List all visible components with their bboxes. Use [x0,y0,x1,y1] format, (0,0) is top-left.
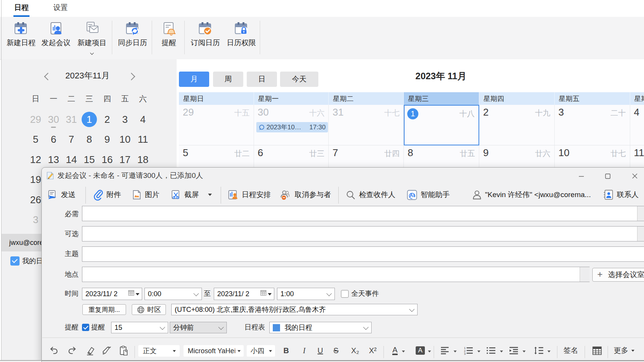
mini-day-30[interactable]: 30 [44,111,62,129]
close-button[interactable] [628,170,641,182]
day-cell-4[interactable]: 4廿一 [630,105,644,145]
font-family-dropdown[interactable]: Microsoft YaHei UI [184,345,244,357]
dropdown-arrow-icon[interactable] [428,351,431,352]
ribbon-button-新建项目[interactable]: 新建项目 [74,18,110,58]
toolbar-button-检查收件人[interactable]: 检查收件人 [346,183,395,206]
line-spacing-icon[interactable] [530,342,547,359]
bullet-list-icon[interactable] [483,342,500,359]
align-icon[interactable] [436,342,453,359]
select-chevron-icon[interactable] [193,290,199,296]
select-chevron-icon[interactable] [160,324,165,329]
day-cell-1[interactable]: 1十八 [404,105,479,145]
tab-settings[interactable]: 设置 [53,0,68,15]
remind-unit-select[interactable]: 分钟前 [170,322,227,333]
maximize-button[interactable] [601,170,614,182]
minimize-button[interactable] [575,170,588,182]
toolbar-button-联系人[interactable]: 联系人 [603,183,639,206]
redo-icon[interactable] [64,342,80,359]
mini-day-12[interactable]: 12 [27,151,45,169]
underline-button[interactable]: U [312,342,329,359]
location-map-button[interactable] [580,267,590,282]
eraser-icon[interactable] [82,342,98,359]
mini-day-31[interactable]: 31 [62,111,80,129]
start-date-input[interactable]: 2023/11/ 2 [82,288,142,300]
paste-icon[interactable] [115,342,132,359]
font-color-button[interactable]: A [387,342,403,359]
highlight-color-button[interactable]: A [412,342,429,359]
italic-button[interactable]: I [296,342,313,359]
format-painter-icon[interactable] [98,342,115,359]
dropdown-arrow-icon[interactable] [208,194,212,196]
calendar-event[interactable]: 2023年10…17:30 [256,122,328,132]
location-input[interactable] [82,267,590,282]
timezone-select[interactable]: (UTC+08:00) 北京,重庆,香港特别行政区,乌鲁木齐 [171,304,418,315]
mini-day-2[interactable]: 2 [98,111,116,129]
select-meeting-room-button[interactable]: +选择会议室 [592,268,644,282]
remind-value-select[interactable]: 15 [111,322,168,333]
mini-day-11[interactable]: 11 [134,130,152,148]
my-calendar-checkbox[interactable] [10,256,20,266]
day-cell-29[interactable]: 29十五 [179,105,254,145]
schedule-list-select[interactable]: 我的日程 [269,322,372,333]
dropdown-arrow-icon[interactable] [523,351,526,352]
mini-day-18[interactable]: 18 [134,151,152,169]
date-dropdown-arrow-icon[interactable] [136,293,139,295]
mini-day-13[interactable]: 13 [44,151,62,169]
required-expand-button[interactable] [637,206,644,221]
toolbar-button-图片[interactable]: 图片 [132,183,159,206]
dropdown-arrow-icon[interactable] [500,351,503,352]
toolbar-button-发送[interactable]: 发送 [48,183,75,206]
superscript-button[interactable]: X² [364,342,381,359]
select-chevron-icon[interactable] [326,290,332,296]
select-chevron-icon[interactable] [363,324,369,329]
paragraph-style-dropdown[interactable]: 正文 [138,345,180,357]
mini-day-14[interactable]: 14 [62,151,80,169]
day-cell-2[interactable]: 2十九 [479,105,555,145]
dropdown-arrow-icon[interactable] [454,351,457,352]
optional-input[interactable] [82,226,644,241]
subject-input[interactable] [82,246,644,262]
ribbon-button-日历权限[interactable]: 日历权限 [223,18,260,58]
view-button-周[interactable]: 周 [213,72,243,87]
toolbar-button-截屏[interactable]: 截屏 [171,183,212,206]
mini-day-15[interactable]: 15 [80,151,98,169]
mini-day-8[interactable]: 8 [80,130,98,148]
select-chevron-icon[interactable] [218,324,224,329]
toolbar-button-智能助手[interactable]: AI 智能助手 [407,183,450,206]
start-time-select[interactable]: 0:00 [144,288,202,300]
mini-day-7[interactable]: 7 [62,130,80,148]
toolbar-button-附件[interactable]: 附件 [93,183,121,206]
optional-expand-button[interactable] [637,227,644,241]
view-button-月[interactable]: 月 [179,72,209,87]
numbered-list-icon[interactable]: 1 2 3 [460,342,477,359]
subscript-button[interactable]: X₂ [347,342,364,359]
dropdown-arrow-icon[interactable] [477,351,480,352]
day-cell-31[interactable]: 31十七 [329,105,404,145]
toolbar-button-取消参与者[interactable]: 取消参与者 [280,183,331,206]
end-date-input[interactable]: 2023/11/ 2 [214,288,274,300]
view-button-日[interactable]: 日 [247,72,277,87]
toolbar-button-sender-icon[interactable]: "Kevin 许经伟" <jwxu@corema... [472,183,591,206]
ribbon-button-同步日历[interactable]: 同步日历 [114,18,151,58]
mini-day-10[interactable]: 10 [116,130,134,148]
indent-icon[interactable] [505,342,522,359]
timezone-button[interactable]: 时区 [132,304,166,315]
required-input[interactable] [82,206,644,221]
ribbon-button-提醒[interactable]: 提醒 [151,18,187,58]
strikethrough-button[interactable]: S [328,342,344,359]
toolbar-button-日程安排[interactable]: 日程安排 [228,183,271,206]
font-size-dropdown[interactable]: 小四 [247,345,275,357]
more-button[interactable]: 更多 [611,342,637,359]
undo-icon[interactable] [45,342,62,359]
mini-day-5[interactable]: 5 [27,130,45,148]
table-icon[interactable] [588,342,605,359]
mini-day-1[interactable]: 1 [80,111,98,129]
dropdown-arrow-icon[interactable] [547,351,551,352]
ribbon-button-新建日程[interactable]: 新建日程 [3,18,39,58]
ribbon-button-订阅日历[interactable]: 订阅日历 [187,18,224,58]
day-cell-3[interactable]: 3二十 [555,105,630,145]
mini-day-29[interactable]: 29 [27,111,45,129]
mini-day-16[interactable]: 16 [98,151,116,169]
date-dropdown-arrow-icon[interactable] [268,293,272,295]
mini-day-9[interactable]: 9 [98,130,116,148]
